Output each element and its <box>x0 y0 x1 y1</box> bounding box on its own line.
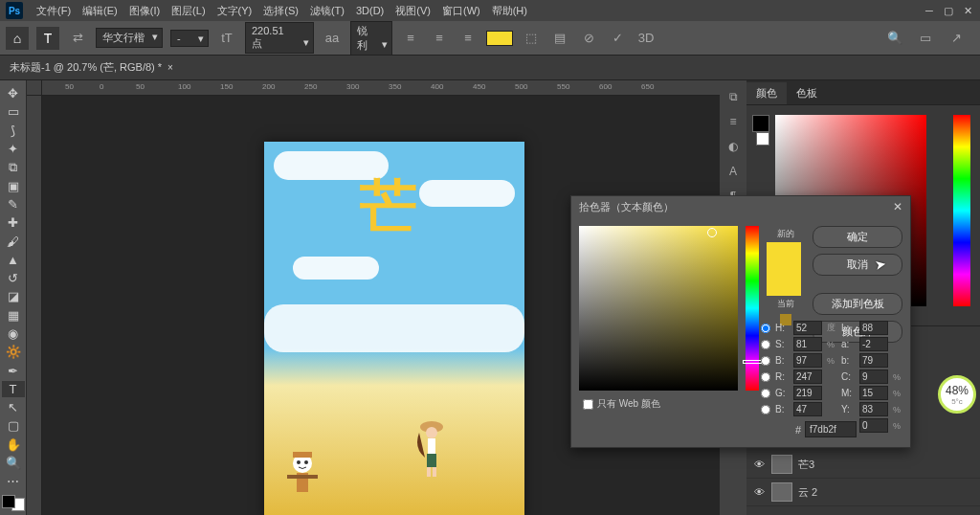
dodge-tool[interactable]: 🔆 <box>2 344 25 360</box>
foreground-background-swatches[interactable] <box>2 495 25 511</box>
tab-close-icon[interactable]: × <box>167 62 173 73</box>
align-center-icon[interactable]: ≡ <box>429 28 450 49</box>
share-icon[interactable]: ↗ <box>946 28 967 49</box>
align-left-icon[interactable]: ≡ <box>400 28 421 49</box>
menu-view[interactable]: 视图(V) <box>390 4 436 18</box>
input-m[interactable] <box>859 386 888 400</box>
font-family-dropdown[interactable]: 华文行楷 <box>96 28 163 48</box>
input-c[interactable] <box>859 369 888 384</box>
layer-row[interactable]: 👁 云 2 <box>746 479 980 506</box>
preview-current-color[interactable] <box>767 269 801 296</box>
brush-tool[interactable]: 🖌 <box>2 233 25 249</box>
text-color-swatch[interactable] <box>486 31 513 46</box>
color-hue-strip[interactable] <box>953 115 970 306</box>
marquee-tool[interactable]: ▭ <box>2 103 25 120</box>
input-s[interactable] <box>793 337 822 351</box>
dialog-titlebar[interactable]: 拾色器（文本颜色） ✕ <box>571 196 910 218</box>
pen-tool[interactable]: ✒ <box>2 362 25 378</box>
menu-layer[interactable]: 图层(L) <box>166 4 211 18</box>
font-style-dropdown[interactable]: - <box>170 30 209 47</box>
warp-text-icon[interactable]: ⬚ <box>521 28 542 49</box>
layer-visibility-icon[interactable]: 👁 <box>752 459 766 470</box>
menu-window[interactable]: 窗口(W) <box>436 4 486 18</box>
character-dock-icon[interactable]: A <box>723 161 744 182</box>
adjustments-panel-icon[interactable]: ◐ <box>723 136 744 157</box>
radio-g[interactable] <box>761 389 770 398</box>
home-icon[interactable]: ⌂ <box>6 27 29 50</box>
hand-tool[interactable]: ✋ <box>2 437 25 453</box>
zoom-tool[interactable]: 🔍 <box>2 455 25 471</box>
input-g[interactable] <box>793 386 822 400</box>
minimize-button[interactable]: ─ <box>923 4 936 17</box>
cancel-button[interactable]: 取消 <box>813 254 902 276</box>
lasso-tool[interactable]: ⟆ <box>2 123 25 139</box>
move-tool[interactable]: ✥ <box>2 85 25 101</box>
history-brush-tool[interactable]: ↺ <box>2 270 25 286</box>
search-icon[interactable]: 🔍 <box>884 28 905 49</box>
menu-3d[interactable]: 3D(D) <box>350 5 390 16</box>
add-swatch-button[interactable]: 添加到色板 <box>813 293 902 315</box>
character-panel-icon[interactable]: ▤ <box>549 28 570 49</box>
menu-edit[interactable]: 编辑(E) <box>77 4 123 18</box>
align-right-icon[interactable]: ≡ <box>457 28 479 49</box>
menu-select[interactable]: 选择(S) <box>257 4 304 18</box>
color-current-bg[interactable] <box>756 132 769 146</box>
input-k[interactable] <box>859 418 888 433</box>
picker-sv-field[interactable] <box>579 226 738 391</box>
layer-visibility-icon[interactable]: 👁 <box>752 486 766 498</box>
stamp-tool[interactable]: ▲ <box>2 252 25 268</box>
input-h[interactable] <box>793 321 822 335</box>
text-orientation-icon[interactable]: ⇄ <box>67 28 88 49</box>
eyedropper-tool[interactable]: ✎ <box>2 196 25 213</box>
hex-input[interactable] <box>805 421 857 437</box>
healing-tool[interactable]: ✚ <box>2 214 25 231</box>
menu-help[interactable]: 帮助(H) <box>486 4 533 18</box>
font-size-dropdown[interactable]: 220.51 点 <box>245 22 314 54</box>
layer-thumbnail[interactable] <box>771 455 792 474</box>
crop-tool[interactable]: ⧉ <box>2 159 25 175</box>
radio-b[interactable] <box>761 356 770 366</box>
canvas-document[interactable]: 芒 <box>264 142 524 515</box>
web-only-checkbox-row[interactable]: 只有 Web 颜色 <box>583 397 660 411</box>
frame-tool[interactable]: ▣ <box>2 177 25 193</box>
input-l[interactable] <box>859 321 888 335</box>
radio-h[interactable] <box>761 324 770 333</box>
blur-tool[interactable]: ◉ <box>2 325 25 342</box>
layer-thumbnail[interactable] <box>771 482 792 502</box>
close-button[interactable]: ✕ <box>961 4 974 17</box>
properties-panel-icon[interactable]: ≡ <box>723 111 744 132</box>
shape-tool[interactable]: ▢ <box>2 417 25 434</box>
input-r[interactable] <box>793 369 822 384</box>
layer-name[interactable]: 云 2 <box>798 485 817 500</box>
picker-hue-slider[interactable] <box>743 360 762 364</box>
input-bv[interactable] <box>793 353 822 368</box>
menu-filter[interactable]: 滤镜(T) <box>304 4 350 18</box>
antialias-dropdown[interactable]: 锐利 <box>350 21 392 56</box>
commit-icon[interactable]: ✓ <box>607 28 628 49</box>
path-tool[interactable]: ↖ <box>2 399 25 415</box>
layer-row[interactable]: 👁 芒3 <box>746 451 980 479</box>
history-panel-icon[interactable]: ⧉ <box>723 86 744 107</box>
gradient-tool[interactable]: ▦ <box>2 307 25 324</box>
menu-image[interactable]: 图像(I) <box>123 4 166 18</box>
edit-toolbar[interactable]: ⋯ <box>2 473 25 489</box>
radio-s[interactable] <box>761 340 770 349</box>
foreground-swatch[interactable] <box>2 495 15 508</box>
document-tab[interactable]: 未标题-1 @ 20.7% (芒, RGB/8) * × <box>0 56 183 78</box>
eraser-tool[interactable]: ◪ <box>2 288 25 304</box>
cancel-icon[interactable]: ⊘ <box>578 28 599 49</box>
maximize-button[interactable]: ▢ <box>942 4 955 17</box>
web-only-checkbox[interactable] <box>583 399 593 410</box>
input-a[interactable] <box>859 337 888 351</box>
wand-tool[interactable]: ✦ <box>2 141 25 157</box>
dialog-close-icon[interactable]: ✕ <box>893 200 902 214</box>
tab-color[interactable]: 颜色 <box>746 82 787 104</box>
color-current-fg[interactable] <box>752 115 769 132</box>
workspace-icon[interactable]: ▭ <box>915 28 936 49</box>
radio-r[interactable] <box>761 372 770 382</box>
radio-bl[interactable] <box>761 405 770 414</box>
picker-sv-marker[interactable] <box>707 228 717 237</box>
tab-swatches[interactable]: 色板 <box>787 82 827 104</box>
ok-button[interactable]: 确定 <box>813 226 902 248</box>
input-lab-b[interactable] <box>859 353 888 368</box>
